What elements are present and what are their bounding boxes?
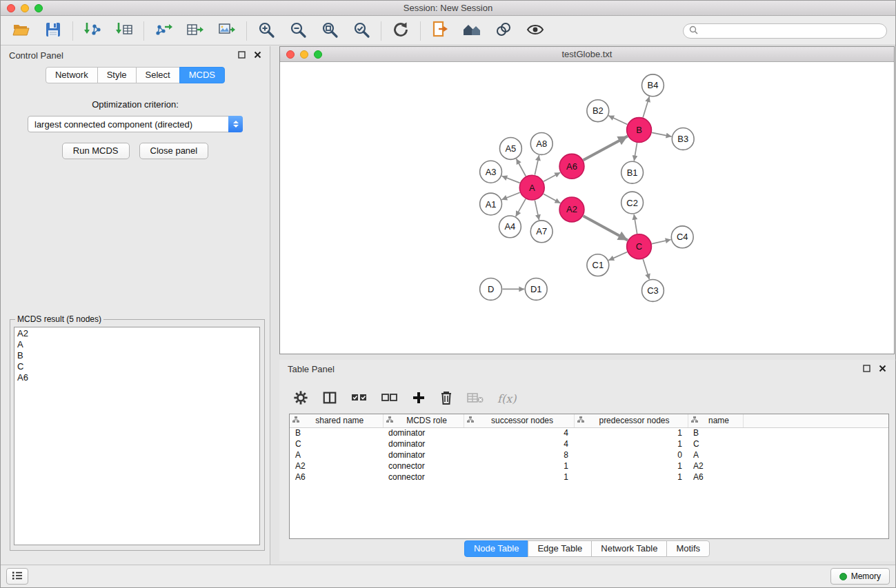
export-table-button[interactable] [183,20,208,42]
table-row[interactable]: Cdominator41C [290,438,888,449]
network-node[interactable]: B3 [672,128,694,150]
import-table-button[interactable] [112,20,137,42]
network-node[interactable]: D [480,278,502,301]
network-edge[interactable] [652,239,671,243]
cell-shared-name[interactable]: A [290,449,383,460]
cell-shared-name[interactable]: C [290,438,383,449]
zoom-selected-button[interactable] [349,20,374,42]
close-table-panel-icon[interactable] [879,364,886,374]
table-row[interactable]: A6connector11A6 [290,472,888,483]
result-item[interactable]: A6 [14,372,259,383]
column-header-predecessor-nodes[interactable]: predecessor nodes [574,414,688,427]
table-row[interactable]: Bdominator41B [290,427,888,438]
table-tab-motifs[interactable]: Motifs [666,540,710,557]
float-panel-icon[interactable] [238,50,246,61]
close-window-button[interactable] [7,4,15,12]
table-row[interactable]: Adominator80A [290,449,888,460]
network-edge[interactable] [608,116,627,125]
network-node[interactable]: C4 [671,226,693,248]
result-item[interactable]: A2 [14,328,259,339]
cell-shared-name[interactable]: A6 [290,472,383,483]
cell-shared-name[interactable]: B [290,427,383,438]
network-edge[interactable] [643,97,649,117]
tab-style[interactable]: Style [97,67,137,83]
close-panel-icon[interactable] [254,50,261,61]
result-item[interactable]: A [14,339,259,350]
network-edge[interactable] [544,172,560,181]
open-session-button[interactable] [9,20,34,42]
network-node[interactable]: B2 [587,100,609,122]
mcds-result-list[interactable]: A2ABCA6 [14,327,260,545]
delete-column-button[interactable] [439,390,453,407]
cell-mcds-role[interactable]: dominator [383,427,464,438]
network-node[interactable]: C2 [621,192,644,214]
export-network-button[interactable] [151,20,176,42]
network-node[interactable]: C [627,234,652,259]
network-node[interactable]: A1 [480,193,502,215]
cell-name[interactable]: C [688,438,743,449]
cell-successor-nodes[interactable]: 1 [464,460,574,472]
network-edge[interactable] [652,132,672,136]
network-edge[interactable] [634,214,637,234]
network-edge[interactable] [643,259,649,280]
minimize-window-button[interactable] [21,4,29,12]
run-mcds-button[interactable]: Run MCDS [62,143,130,159]
network-edge[interactable] [516,199,526,216]
cell-predecessor-nodes[interactable]: 1 [574,438,688,449]
cell-name[interactable]: A6 [688,472,743,483]
function-builder-button[interactable]: f(x) [497,392,516,405]
network-node[interactable]: A7 [530,221,552,243]
network-node[interactable]: A8 [530,133,552,155]
table-tab-network-table[interactable]: Network Table [591,540,667,557]
task-history-button[interactable] [6,568,28,585]
network-edge[interactable] [535,201,539,221]
cell-successor-nodes[interactable]: 4 [464,438,574,449]
column-header-successor-nodes[interactable]: successor nodes [464,414,574,427]
save-session-button[interactable] [41,20,66,42]
clear-table-button[interactable] [467,392,484,406]
network-edge[interactable] [501,192,519,200]
network-node[interactable]: A6 [559,154,584,179]
create-column-button[interactable] [412,391,426,407]
network-edge[interactable] [516,159,526,176]
table-tab-node-table[interactable]: Node Table [464,540,529,557]
network-node[interactable]: B [627,118,652,143]
cell-shared-name[interactable]: A2 [290,460,383,472]
zoom-window-button[interactable] [34,4,43,12]
network-node[interactable]: B4 [642,74,664,97]
zoom-fit-button[interactable] [317,20,342,42]
cell-predecessor-nodes[interactable]: 1 [574,427,688,438]
select-all-button[interactable] [351,392,368,406]
export-image-button[interactable] [215,20,239,42]
column-header-mcds-role[interactable]: MCDS role [383,414,464,427]
network-node[interactable]: D1 [525,278,547,301]
cell-mcds-role[interactable]: dominator [383,438,464,449]
network-edge[interactable] [501,176,519,183]
network-edge[interactable] [584,136,628,160]
annotations-button[interactable] [491,20,516,42]
optimization-criterion-select[interactable]: largest connected component (directed) [28,116,243,132]
memory-button[interactable]: Memory [830,568,890,585]
network-edge[interactable] [584,216,628,240]
cell-mcds-role[interactable]: connector [383,472,464,483]
network-node[interactable]: A2 [559,197,584,222]
show-graphics-button[interactable] [523,20,548,42]
network-node[interactable]: B1 [621,161,644,183]
zoom-out-button[interactable] [286,20,310,42]
cell-mcds-role[interactable]: dominator [383,449,464,460]
search-field[interactable] [683,23,887,39]
zoom-network-window-button[interactable] [314,50,322,59]
network-node[interactable]: A4 [499,216,521,238]
close-network-window-button[interactable] [286,50,295,59]
network-node[interactable]: C1 [587,254,609,276]
tab-network[interactable]: Network [46,67,98,83]
network-edge[interactable] [634,143,637,161]
network-node[interactable]: C3 [642,280,664,302]
network-canvas[interactable]: B4B2BB3A5A8A6B1A3AA1C2A2A4A7C4CC1C3DD1 [280,63,894,354]
import-network-button[interactable] [80,20,105,42]
cell-name[interactable]: A [688,449,743,460]
apply-layout-button[interactable] [388,20,413,42]
network-edge[interactable] [544,194,561,203]
table-tab-edge-table[interactable]: Edge Table [528,540,592,557]
cell-successor-nodes[interactable]: 8 [464,449,574,460]
